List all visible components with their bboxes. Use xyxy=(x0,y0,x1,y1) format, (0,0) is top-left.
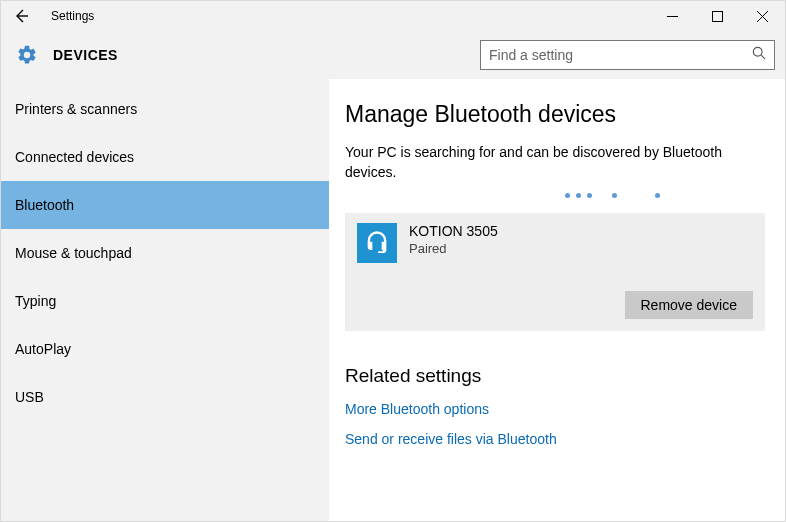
sidebar-item-label: Connected devices xyxy=(15,149,134,165)
device-name: KOTION 3505 xyxy=(409,223,498,239)
device-status: Paired xyxy=(409,241,498,256)
related-heading: Related settings xyxy=(345,365,765,387)
sidebar-item-label: Mouse & touchpad xyxy=(15,245,132,261)
page-title: Manage Bluetooth devices xyxy=(345,101,765,128)
search-input[interactable] xyxy=(489,47,752,63)
minimize-button[interactable] xyxy=(650,1,695,31)
search-box[interactable] xyxy=(480,40,775,70)
search-icon xyxy=(752,46,766,64)
header: DEVICES xyxy=(1,31,785,79)
maximize-button[interactable] xyxy=(695,1,740,31)
sidebar-item-autoplay[interactable]: AutoPlay xyxy=(1,325,329,373)
content-pane: Manage Bluetooth devices Your PC is sear… xyxy=(329,79,785,521)
svg-point-5 xyxy=(753,47,762,56)
sidebar-item-label: Bluetooth xyxy=(15,197,74,213)
svg-line-6 xyxy=(761,55,765,59)
sidebar-item-printers-scanners[interactable]: Printers & scanners xyxy=(1,85,329,133)
sidebar-item-connected-devices[interactable]: Connected devices xyxy=(1,133,329,181)
sidebar-item-label: AutoPlay xyxy=(15,341,71,357)
titlebar: Settings xyxy=(1,1,785,31)
back-button[interactable] xyxy=(1,1,41,31)
progress-indicator xyxy=(345,189,765,203)
settings-icon xyxy=(15,43,39,67)
sidebar-item-usb[interactable]: USB xyxy=(1,373,329,421)
link-send-receive-files[interactable]: Send or receive files via Bluetooth xyxy=(345,431,765,447)
maximize-icon xyxy=(712,11,723,22)
close-icon xyxy=(757,11,768,22)
sidebar-item-label: USB xyxy=(15,389,44,405)
sidebar-item-mouse-touchpad[interactable]: Mouse & touchpad xyxy=(1,229,329,277)
sidebar-item-typing[interactable]: Typing xyxy=(1,277,329,325)
sidebar-item-label: Printers & scanners xyxy=(15,101,137,117)
minimize-icon xyxy=(667,11,678,22)
window-title: Settings xyxy=(51,9,94,23)
sidebar: Printers & scanners Connected devices Bl… xyxy=(1,79,329,521)
sidebar-item-bluetooth[interactable]: Bluetooth xyxy=(1,181,329,229)
remove-device-button[interactable]: Remove device xyxy=(625,291,754,319)
close-button[interactable] xyxy=(740,1,785,31)
svg-rect-2 xyxy=(713,11,723,21)
headset-icon xyxy=(357,223,397,263)
device-card[interactable]: KOTION 3505 Paired Remove device xyxy=(345,213,765,331)
sidebar-item-label: Typing xyxy=(15,293,56,309)
arrow-left-icon xyxy=(13,8,29,24)
page-description: Your PC is searching for and can be disc… xyxy=(345,142,755,183)
header-title: DEVICES xyxy=(53,47,118,63)
link-bluetooth-options[interactable]: More Bluetooth options xyxy=(345,401,765,417)
